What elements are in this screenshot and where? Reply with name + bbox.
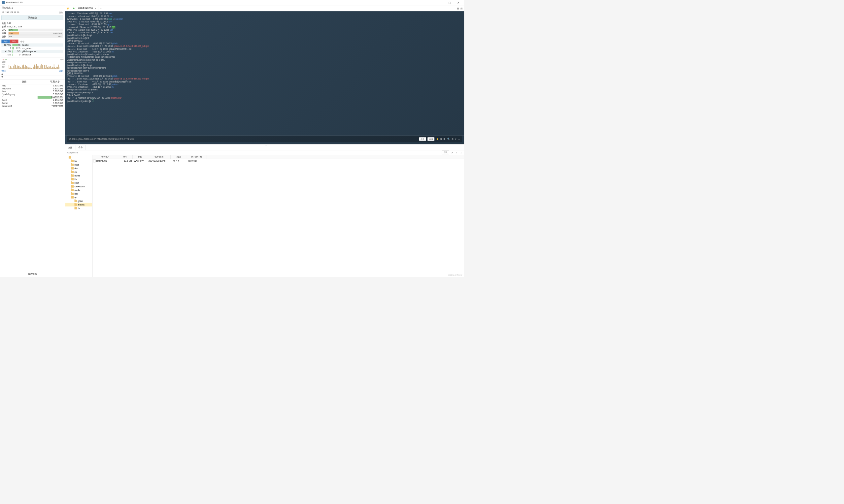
process-row[interactable]: 022.3rcu_sched xyxy=(1,47,64,50)
tree-node[interactable]: lost+found xyxy=(65,185,92,188)
col-size[interactable]: 大小 xyxy=(118,155,133,159)
window-minimize-button[interactable]: — xyxy=(437,0,445,5)
refresh-icon[interactable]: ⟳ xyxy=(450,151,454,154)
net-block: ↑0 ↓0 Io ▾ 103K 71K 35K 0ms 本机 0 0 xyxy=(1,57,64,78)
settings-icon[interactable]: ⚙ xyxy=(452,138,454,140)
col-type[interactable]: 类型 xyxy=(133,155,147,159)
disk-row[interactable]: /dev/shm3.8G/3.8G xyxy=(0,87,65,90)
terminal[interactable]: dr-xr-x---. 15 root root 4096 3月 26 17:5… xyxy=(65,11,464,136)
tree-node[interactable]: mnt xyxy=(65,192,92,196)
watermark: CSDN @熊出没 xyxy=(448,274,462,276)
session-tab[interactable]: 1 本地虚拟机二号 × xyxy=(71,6,98,11)
system-info-button[interactable]: 系统信息 xyxy=(1,16,64,20)
tree-node[interactable]: home xyxy=(65,174,92,178)
disk-bar: 8.4G/19.6G xyxy=(38,96,63,98)
horizontal-splitter[interactable] xyxy=(65,144,464,145)
fullscreen-icon[interactable]: ⛶ xyxy=(458,138,460,140)
disk-row[interactable]: /home9.2G/9.7G xyxy=(0,102,65,105)
tree-node-label: boot xyxy=(75,164,79,166)
disk-size: 3.8G/3.8G xyxy=(38,87,63,90)
proc-mem: 0 xyxy=(1,47,12,50)
proc-name: vmtoolsd xyxy=(21,53,64,56)
tree-node[interactable]: bin xyxy=(65,159,92,163)
file-tab-files[interactable]: 文件 xyxy=(65,145,75,150)
net-down: ↓0 xyxy=(4,58,6,61)
disk-row[interactable]: /dev3.8G/3.8G xyxy=(0,84,65,87)
copy-icon[interactable]: ⧉ xyxy=(440,138,442,141)
open-folder-button[interactable]: 📂 xyxy=(65,6,71,11)
folder-icon xyxy=(71,160,74,162)
mem-detail: 1.4G/7.6G xyxy=(53,32,62,34)
dropdown-icon[interactable]: ▾ xyxy=(455,138,457,140)
col-name[interactable]: 文件名 ^ xyxy=(93,155,118,159)
file-tab-cmds[interactable]: 命令 xyxy=(75,145,86,150)
window-maximize-button[interactable]: ▢ xyxy=(445,0,454,5)
disk-row[interactable]: /run/user/0780M/780M xyxy=(0,105,65,108)
tree-node[interactable]: boot xyxy=(65,163,92,166)
tree-node[interactable]: lib64 xyxy=(65,181,92,185)
tree-node[interactable]: rh xyxy=(65,206,92,210)
disk-size: 780M/780M xyxy=(38,105,63,108)
tree-node[interactable]: etc xyxy=(65,170,92,174)
proc-tab-mem[interactable]: 内存 xyxy=(1,40,10,43)
view-grid-icon[interactable]: ▦ xyxy=(457,6,459,10)
tree-node-label: lib xyxy=(75,178,77,181)
tree-node[interactable]: ⌄/ xyxy=(65,156,92,159)
process-row[interactable]: 167.9M98bundle xyxy=(1,43,64,47)
net-host-label[interactable]: 本机 xyxy=(59,70,64,73)
ip-value: 192.168.19.16 xyxy=(5,11,19,14)
uptime-value: 2:41 xyxy=(7,22,11,25)
activate-button[interactable]: 激活/升级 xyxy=(0,271,65,277)
session-tab-close-icon[interactable]: × xyxy=(95,7,96,10)
net-io-select[interactable]: Io ▾ xyxy=(60,58,64,61)
proc-tab-cmd[interactable]: 命令 xyxy=(18,40,27,43)
download-icon[interactable]: ⤓ xyxy=(459,151,463,154)
tree-node[interactable]: jenkins xyxy=(65,203,92,206)
search-icon[interactable]: 🔍 xyxy=(447,138,450,140)
directory-tree[interactable]: ⌄/binbootdevetchomeliblib64lost+foundmed… xyxy=(65,155,93,277)
current-path[interactable]: /opt/jenkins xyxy=(66,151,441,154)
view-columns-icon[interactable]: ▤ xyxy=(460,6,463,10)
command-input[interactable]: 命令输入 (按ALT键提示历史,TAB键路径,ESC键返回,双击CTRL切换) xyxy=(69,138,418,141)
tree-node[interactable]: dev xyxy=(65,166,92,170)
path-history-button[interactable]: 历史 xyxy=(442,151,449,155)
tree-node[interactable]: gitlab xyxy=(65,199,92,203)
tree-node[interactable]: ⌄opt xyxy=(65,196,92,199)
disk-row[interactable]: /8.4G/19.6G xyxy=(0,96,65,98)
app-icon xyxy=(2,1,5,4)
cmd-history-button[interactable]: 历史 xyxy=(419,137,426,141)
tree-node[interactable]: media xyxy=(65,188,92,192)
swap-row: 交换 0% 0/5G xyxy=(2,35,63,38)
folder-icon xyxy=(71,178,74,180)
disk-list: /dev3.8G/3.8G/dev/shm3.8G/3.8G/run3.8G/3… xyxy=(0,84,65,108)
session-tab-name: 本地虚拟机二号 xyxy=(78,6,93,10)
ip-row: IP 192.168.19.16 复制 xyxy=(0,11,65,15)
title-bar: FinalShell 4.3.10 — ▢ ✕ xyxy=(0,0,464,6)
file-tabs: 文件 命令 xyxy=(65,145,464,150)
process-row[interactable]: 41.3M5.3gitlab-exporter xyxy=(1,50,64,53)
net-z1: 0 xyxy=(1,73,3,76)
folder-icon xyxy=(71,171,74,173)
file-row[interactable]: jenkins.war82.5 MBWAR 文件2024/03/28 13:46… xyxy=(93,159,464,163)
proc-tab-cpu[interactable]: CPU xyxy=(10,40,18,43)
file-list-header: 文件名 ^ 大小 类型 修改时间 权限 用户/用户组 xyxy=(93,155,464,159)
disk-row[interactable]: /boot4.4G/4.8G xyxy=(0,99,65,102)
tree-node-label: gitlab xyxy=(77,200,83,202)
add-session-button[interactable]: ＋ xyxy=(98,6,103,11)
disk-row[interactable]: /sys/fs/cgroup3.8G/3.8G xyxy=(0,93,65,96)
process-table: 167.9M98bundle022.3rcu_sched41.3M5.3gitl… xyxy=(1,43,64,56)
tree-node[interactable]: lib xyxy=(65,178,92,181)
cmd-options-button[interactable]: 选项 xyxy=(427,137,434,141)
window-close-button[interactable]: ✕ xyxy=(454,0,462,5)
disk-header-path[interactable]: 路径 xyxy=(2,80,47,83)
col-date[interactable]: 修改时间 xyxy=(147,155,171,159)
col-perm[interactable]: 权限 xyxy=(171,155,187,159)
lightning-icon[interactable]: ⚡ xyxy=(436,138,439,140)
col-own[interactable]: 用户/用户组 xyxy=(187,155,207,159)
upload-icon[interactable]: ⤒ xyxy=(455,151,458,154)
process-row[interactable]: 7.1M5vmtoolsd xyxy=(1,53,64,56)
copy-ip-button[interactable]: 复制 xyxy=(59,11,63,14)
disk-header-size[interactable]: 可用/大小 xyxy=(47,80,63,83)
disk-row[interactable]: /run3.8G/3.8G xyxy=(0,90,65,93)
notepad-icon[interactable]: 🗎 xyxy=(443,138,445,140)
